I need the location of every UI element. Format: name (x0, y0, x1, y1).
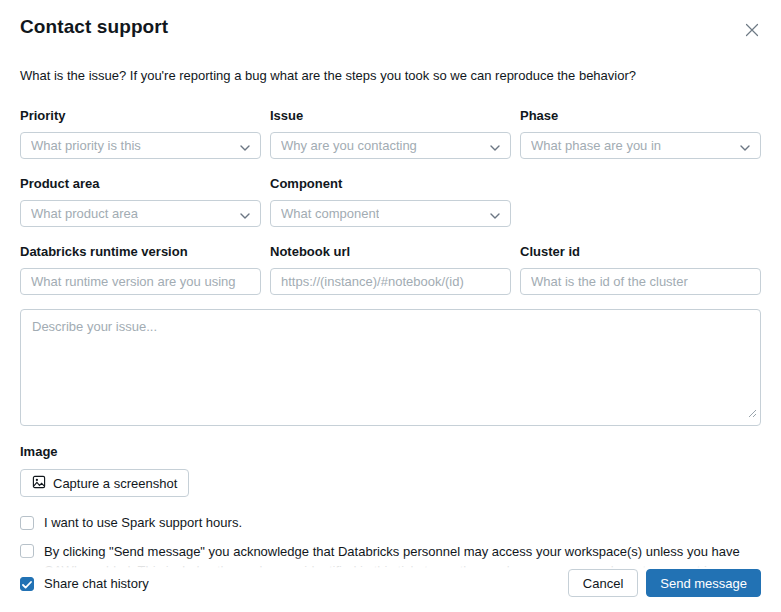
notebook-url-field: Notebook url (270, 244, 511, 295)
share-history-checkbox[interactable] (20, 577, 34, 591)
image-icon (32, 475, 46, 492)
phase-label: Phase (520, 108, 761, 123)
product-area-select[interactable]: What product area (20, 200, 261, 227)
acknowledge-label: By clicking "Send message" you acknowled… (44, 542, 761, 568)
contact-support-dialog: Contact support What is the issue? If yo… (0, 0, 781, 612)
cancel-button[interactable]: Cancel (568, 569, 638, 597)
cluster-id-label: Cluster id (520, 244, 761, 259)
field-row-2: Product area What product area Component… (20, 176, 761, 227)
component-placeholder: What component (281, 206, 379, 221)
issue-description-textarea[interactable] (20, 309, 761, 426)
notebook-url-input[interactable] (270, 268, 511, 295)
notebook-url-label: Notebook url (270, 244, 511, 259)
spark-hours-checkbox[interactable] (20, 516, 34, 530)
field-row-1: Priority What priority is this Issue Why… (20, 108, 761, 159)
priority-select[interactable]: What priority is this (20, 132, 261, 159)
spark-hours-label: I want to use Spark support hours. (44, 513, 761, 532)
dialog-footer: Share chat history Cancel Send message (0, 569, 781, 612)
priority-placeholder: What priority is this (31, 138, 141, 153)
image-section-label: Image (20, 444, 761, 459)
runtime-version-input[interactable] (20, 268, 261, 295)
issue-field: Issue Why are you contacting (270, 108, 511, 159)
component-select[interactable]: What component (270, 200, 511, 227)
priority-label: Priority (20, 108, 261, 123)
chevron-down-icon (740, 137, 750, 155)
chevron-down-icon (240, 205, 250, 223)
chevron-down-icon (240, 137, 250, 155)
close-button[interactable] (739, 18, 765, 44)
issue-placeholder: Why are you contacting (281, 138, 417, 153)
runtime-version-field: Databricks runtime version (20, 244, 261, 295)
product-area-field: Product area What product area (20, 176, 261, 227)
phase-placeholder: What phase are you in (531, 138, 661, 153)
cluster-id-field: Cluster id (520, 244, 761, 295)
field-row-3: Databricks runtime version Notebook url … (20, 244, 761, 295)
footer-buttons: Cancel Send message (568, 569, 761, 597)
priority-field: Priority What priority is this (20, 108, 261, 159)
product-area-placeholder: What product area (31, 206, 138, 221)
acknowledge-checkbox-row[interactable]: By clicking "Send message" you acknowled… (20, 542, 761, 568)
spark-hours-checkbox-row[interactable]: I want to use Spark support hours. (20, 513, 761, 532)
share-history-checkbox-row[interactable]: Share chat history (20, 575, 149, 591)
component-label: Component (270, 176, 511, 191)
component-field: Component What component (270, 176, 511, 227)
issue-select[interactable]: Why are you contacting (270, 132, 511, 159)
send-message-button[interactable]: Send message (646, 569, 761, 597)
cluster-id-input[interactable] (520, 268, 761, 295)
intro-text: What is the issue? If you're reporting a… (20, 68, 761, 83)
capture-screenshot-button[interactable]: Capture a screenshot (20, 469, 189, 497)
chevron-down-icon (490, 137, 500, 155)
capture-screenshot-label: Capture a screenshot (53, 476, 177, 491)
dialog-header: Contact support (0, 0, 781, 44)
share-history-label: Share chat history (44, 576, 149, 591)
phase-field: Phase What phase are you in (520, 108, 761, 159)
dialog-body: What is the issue? If you're reporting a… (0, 44, 781, 568)
issue-label: Issue (270, 108, 511, 123)
close-icon (745, 23, 759, 40)
acknowledge-checkbox[interactable] (20, 544, 34, 558)
checkmark-icon (22, 577, 32, 592)
phase-select[interactable]: What phase are you in (520, 132, 761, 159)
issue-description-wrap (20, 309, 761, 426)
product-area-label: Product area (20, 176, 261, 191)
page-title: Contact support (20, 16, 168, 38)
chevron-down-icon (490, 205, 500, 223)
runtime-version-label: Databricks runtime version (20, 244, 261, 259)
